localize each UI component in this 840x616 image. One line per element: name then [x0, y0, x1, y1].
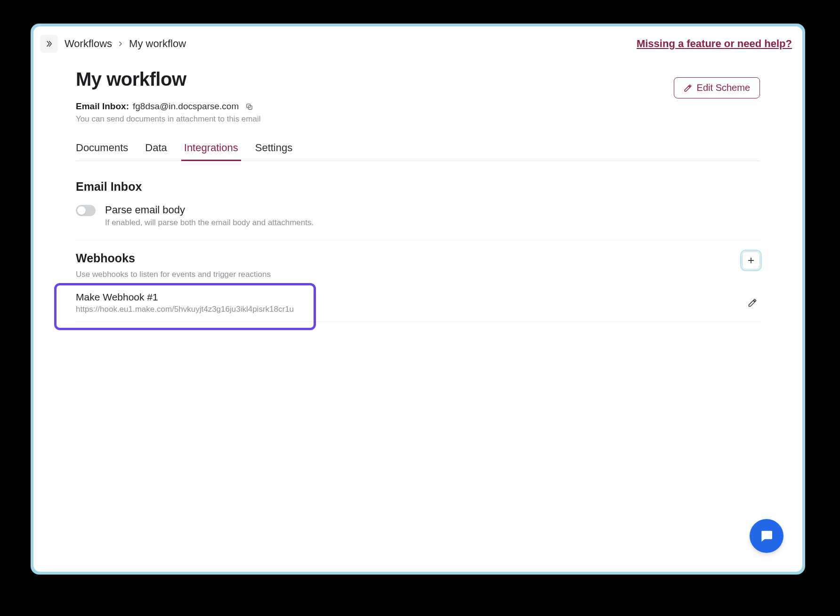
tab-settings[interactable]: Settings [255, 139, 293, 161]
webhook-row-wrap: Make Webhook #1 https://hook.eu1.make.co… [76, 286, 760, 322]
chevron-right-icon [117, 40, 124, 48]
webhook-url: https://hook.eu1.make.com/5hvkuyjt4z3g16… [76, 305, 294, 314]
tab-integrations[interactable]: Integrations [184, 139, 238, 161]
edit-scheme-button[interactable]: Edit Scheme [674, 77, 760, 98]
email-inbox-hint: You can send documents in attachment to … [76, 114, 261, 124]
content: My workflow Email Inbox: fg8dsa@in.docsp… [33, 55, 802, 322]
parse-email-toggle-row: Parse email body If enabled, will parse … [76, 204, 760, 227]
parse-email-text: Parse email body If enabled, will parse … [105, 204, 314, 227]
breadcrumb-workflows-link[interactable]: Workflows [65, 38, 112, 50]
header-left: My workflow Email Inbox: fg8dsa@in.docsp… [76, 69, 261, 124]
app-frame: Workflows My workflow Missing a feature … [31, 24, 805, 575]
plus-icon [747, 256, 755, 265]
app-inner: Workflows My workflow Missing a feature … [33, 26, 802, 572]
divider [76, 240, 760, 240]
page-title: My workflow [76, 69, 261, 90]
edit-scheme-label: Edit Scheme [697, 82, 750, 93]
parse-email-toggle[interactable] [76, 205, 96, 216]
chat-fab-button[interactable] [750, 519, 783, 553]
chat-icon [759, 528, 774, 543]
tab-documents[interactable]: Documents [76, 139, 128, 161]
help-link[interactable]: Missing a feature or need help? [637, 38, 792, 50]
email-inbox-label: Email Inbox: [76, 101, 129, 112]
webhooks-header: Webhooks Use webhooks to listen for even… [76, 251, 760, 279]
email-inbox-row: Email Inbox: fg8dsa@in.docsparse.com [76, 101, 261, 112]
email-inbox-value: fg8dsa@in.docsparse.com [133, 101, 239, 112]
webhook-row: Make Webhook #1 https://hook.eu1.make.co… [76, 286, 760, 322]
breadcrumb: Workflows My workflow [65, 38, 186, 50]
header-row: My workflow Email Inbox: fg8dsa@in.docsp… [76, 69, 760, 124]
tabs: Documents Data Integrations Settings [76, 139, 760, 161]
webhooks-sub: Use webhooks to listen for events and tr… [76, 270, 271, 279]
tab-data[interactable]: Data [145, 139, 167, 161]
pencil-icon [684, 84, 692, 92]
webhook-name: Make Webhook #1 [76, 292, 294, 303]
webhooks-titles: Webhooks Use webhooks to listen for even… [76, 251, 271, 279]
topbar-left: Workflows My workflow [40, 35, 186, 53]
copy-email-button[interactable] [245, 103, 253, 111]
edit-webhook-button[interactable] [745, 295, 760, 310]
copy-icon [245, 103, 253, 111]
webhooks-title: Webhooks [76, 251, 271, 265]
email-inbox-section-title: Email Inbox [76, 180, 760, 194]
sidebar-toggle-button[interactable] [40, 35, 58, 53]
add-webhook-button[interactable] [742, 251, 760, 269]
email-inbox-section: Email Inbox Parse email body If enabled,… [76, 180, 760, 240]
pencil-icon [748, 298, 757, 308]
parse-email-title: Parse email body [105, 204, 314, 216]
parse-email-desc: If enabled, will parse both the email bo… [105, 218, 314, 227]
topbar: Workflows My workflow Missing a feature … [33, 26, 802, 55]
chevrons-right-icon [45, 40, 53, 48]
breadcrumb-current: My workflow [129, 38, 186, 50]
webhook-info: Make Webhook #1 https://hook.eu1.make.co… [76, 292, 294, 314]
